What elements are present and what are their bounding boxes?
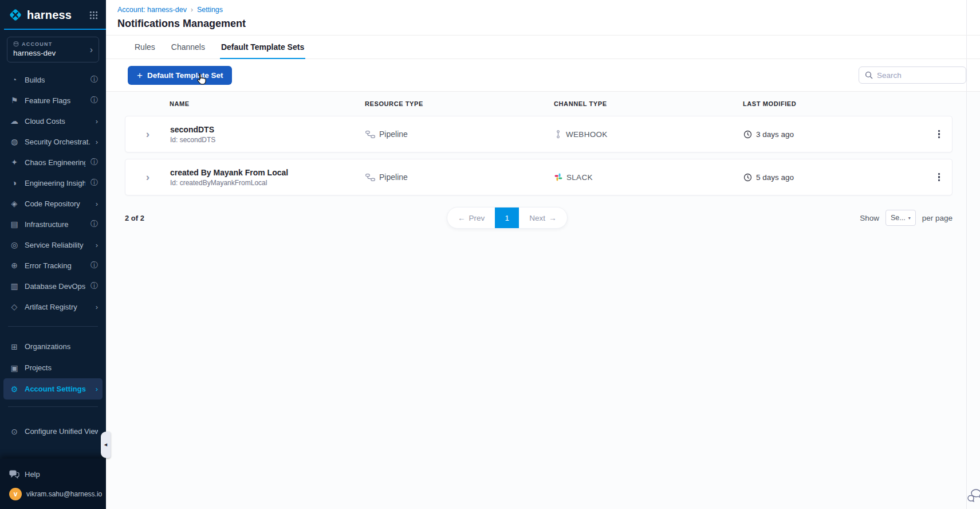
table-row[interactable]: › secondDTS Id: secondDTS — [125, 116, 953, 152]
info-icon[interactable]: ⓘ — [90, 260, 98, 271]
info-icon[interactable]: ⓘ — [90, 219, 98, 229]
new-default-template-set-button[interactable]: + Default Template Set — [128, 66, 232, 85]
breadcrumb: Account: harness-dev › Settings — [117, 6, 980, 14]
account-name: harness-dev — [13, 49, 93, 57]
search-box[interactable] — [859, 66, 966, 84]
sidebar-item-projects[interactable]: ▣ Projects — [3, 357, 103, 378]
next-page-button[interactable]: Next → — [519, 207, 566, 228]
search-input[interactable] — [877, 71, 960, 80]
page-number-1[interactable]: 1 — [495, 207, 519, 228]
sidebar-item-cloud-costs[interactable]: ☁ Cloud Costs › — [3, 111, 103, 131]
webhook-icon — [554, 130, 562, 139]
resource-type-cell: Pipeline — [365, 173, 554, 182]
tab-default-template-sets[interactable]: Default Template Sets — [220, 36, 305, 59]
info-icon[interactable]: ⓘ — [90, 95, 98, 105]
last-modified-cell: 3 days ago — [743, 130, 925, 139]
artifact-registry-icon: ◇ — [9, 302, 19, 311]
sidebar-item-engineering-insights[interactable]: ◑ Engineering Insights ⓘ — [3, 173, 103, 193]
column-header-resource-type: RESOURCE TYPE — [365, 100, 554, 107]
search-icon — [865, 71, 873, 79]
expand-chevron-icon[interactable]: › — [125, 128, 170, 140]
sidebar-collapse-handle[interactable]: ◀ — [101, 432, 111, 458]
right-arrow-icon: → — [549, 214, 557, 222]
clock-icon — [743, 130, 752, 139]
sidebar-item-configure-unified-view[interactable]: ⊙ Configure Unified View — [3, 421, 103, 442]
tab-bar: Rules Channels Default Template Sets — [106, 36, 980, 59]
column-header-name: NAME — [170, 100, 365, 107]
account-label: ACCOUNT — [22, 41, 52, 47]
user-profile[interactable]: v vikram.sahu@harness.io — [9, 488, 97, 500]
error-tracking-icon: ⊕ — [9, 261, 19, 270]
account-scope-selector[interactable]: ACCOUNT harness-dev › — [7, 37, 99, 62]
sidebar-item-error-tracking[interactable]: ⊕ Error Tracking ⓘ — [3, 255, 103, 276]
sidebar-item-security-orchestration[interactable]: ◍ Security Orchestrat... › — [3, 131, 103, 152]
slack-icon — [554, 173, 562, 181]
per-page-label: per page — [922, 214, 953, 222]
service-reliability-icon: ◎ — [9, 240, 19, 249]
security-shield-icon: ◍ — [9, 137, 19, 146]
feature-flags-icon: ⚑ — [9, 96, 19, 105]
engineering-insights-icon: ◑ — [9, 178, 19, 187]
show-label: Show — [860, 214, 879, 222]
info-icon[interactable]: ⓘ — [90, 75, 98, 85]
last-modified-cell: 5 days ago — [743, 173, 925, 182]
breadcrumb-separator-icon: › — [191, 6, 193, 14]
table-header-row: NAME RESOURCE TYPE CHANNEL TYPE LAST MOD… — [125, 92, 953, 116]
table-row[interactable]: › created By Mayank From Local Id: creat… — [125, 159, 953, 195]
configure-unified-view-icon: ⊙ — [9, 427, 19, 436]
database-devops-icon: ▥ — [9, 281, 19, 291]
module-accent-line — [4, 29, 106, 30]
help-button[interactable]: Help — [9, 470, 97, 479]
chevron-right-icon: › — [90, 45, 93, 55]
sidebar-item-service-reliability[interactable]: ◎ Service Reliability › — [3, 234, 103, 255]
breadcrumb-account-link[interactable]: Account: harness-dev — [117, 6, 187, 14]
sidebar-item-organizations[interactable]: ⊞ Organizations — [3, 336, 103, 357]
table-section: NAME RESOURCE TYPE CHANNEL TYPE LAST MOD… — [106, 92, 980, 509]
prev-page-button[interactable]: ← Prev — [447, 207, 495, 228]
page-size-group: Show Se... ▾ per page — [860, 210, 953, 226]
sidebar-item-builds[interactable]: ◔ Builds ⓘ — [3, 69, 103, 90]
sidebar-nav: ◔ Builds ⓘ ⚑ Feature Flags ⓘ ☁ Cloud Cos… — [0, 69, 106, 442]
channel-type-cell: SLACK — [554, 173, 743, 182]
app-launcher-grid-icon[interactable] — [89, 11, 98, 19]
sidebar-bottom-panel: Help v vikram.sahu@harness.io — [0, 459, 106, 509]
harness-logo-icon — [8, 7, 23, 22]
tab-rules[interactable]: Rules — [133, 36, 156, 59]
info-icon[interactable]: ⓘ — [90, 178, 98, 188]
account-icon — [13, 41, 19, 47]
info-icon[interactable]: ⓘ — [90, 281, 98, 291]
avatar: v — [9, 488, 22, 500]
row-menu-kebab-icon[interactable] — [933, 170, 946, 185]
page-header: Account: harness-dev › Settings Notifica… — [106, 0, 980, 36]
pager: ← Prev 1 Next → — [447, 207, 568, 229]
app-window: harness ACCOUNT harness-d — [0, 0, 980, 509]
support-chat-widget-icon[interactable] — [967, 488, 980, 504]
right-edge-separator — [966, 0, 967, 509]
column-header-last-modified: LAST MODIFIED — [743, 100, 924, 107]
projects-icon: ▣ — [9, 363, 19, 373]
sidebar-item-artifact-registry[interactable]: ◇ Artifact Registry › — [3, 296, 103, 317]
chevron-right-icon: › — [96, 385, 98, 393]
sidebar-item-account-settings[interactable]: ⚙ Account Settings › — [3, 378, 103, 400]
collapse-left-arrow-icon: ◀ — [104, 443, 107, 447]
sidebar-divider — [8, 406, 98, 407]
tab-channels[interactable]: Channels — [170, 36, 206, 59]
resource-type-cell: Pipeline — [365, 130, 554, 139]
chevron-right-icon: › — [96, 199, 98, 208]
expand-chevron-icon[interactable]: › — [125, 171, 170, 183]
cloud-costs-icon: ☁ — [9, 116, 19, 126]
sidebar-item-feature-flags[interactable]: ⚑ Feature Flags ⓘ — [3, 90, 103, 111]
chevron-down-icon: ▾ — [908, 216, 911, 221]
page-size-select[interactable]: Se... ▾ — [885, 210, 916, 226]
info-icon[interactable]: ⓘ — [90, 157, 98, 167]
sidebar-item-code-repository[interactable]: ◈ Code Repository › — [3, 193, 103, 214]
pipeline-icon — [365, 174, 375, 181]
clock-icon — [743, 173, 752, 182]
sidebar-item-infrastructure[interactable]: ▤ Infrastructure ⓘ — [3, 214, 103, 234]
breadcrumb-settings-link[interactable]: Settings — [197, 6, 223, 14]
row-menu-kebab-icon[interactable] — [933, 127, 946, 142]
sidebar-item-database-devops[interactable]: ▥ Database DevOps ⓘ — [3, 276, 103, 296]
sidebar-item-chaos-engineering[interactable]: ✦ Chaos Engineering ⓘ — [3, 152, 103, 173]
chevron-right-icon: › — [96, 138, 98, 146]
infrastructure-icon: ▤ — [9, 220, 19, 229]
